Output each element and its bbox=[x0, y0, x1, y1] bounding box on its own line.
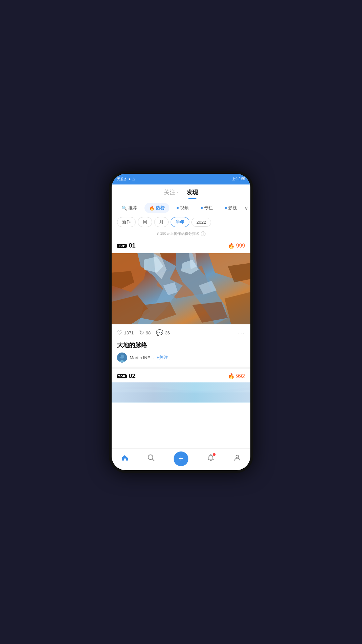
post-image-1[interactable] bbox=[112, 252, 250, 326]
nav-notifications[interactable] bbox=[207, 454, 215, 464]
page-header: 关注 · 发现 bbox=[112, 184, 250, 199]
post-info-1: 大地的脉络 Marti bbox=[112, 340, 250, 367]
rank2-preview-image[interactable] bbox=[112, 382, 250, 402]
cat-label-hot: 热榜 bbox=[156, 205, 165, 211]
nav-profile[interactable] bbox=[233, 454, 241, 464]
svg-rect-4 bbox=[112, 383, 250, 402]
post-title-1: 大地的脉络 bbox=[117, 341, 245, 349]
like-count: 1371 bbox=[124, 330, 134, 335]
cat-label-recommend: 推荐 bbox=[128, 205, 137, 211]
notification-badge bbox=[213, 453, 216, 456]
header-dot: · bbox=[177, 189, 179, 196]
cat-label-column: 专栏 bbox=[204, 205, 213, 211]
add-button[interactable]: + bbox=[174, 451, 188, 466]
more-button[interactable]: ··· bbox=[238, 329, 245, 336]
section-divider bbox=[112, 367, 250, 369]
info-icon[interactable]: i bbox=[201, 231, 205, 236]
rank-desc-text: 近180天上传作品得分排名 bbox=[157, 231, 199, 236]
post-card-1: TOP 01 🔥 999 bbox=[112, 239, 250, 367]
cat-tab-recommend[interactable]: 🔍 推荐 bbox=[117, 203, 142, 213]
rank-label-2: TOP 02 bbox=[117, 373, 135, 380]
fire-icon: 🔥 bbox=[149, 206, 155, 211]
tab-discover[interactable]: 发现 bbox=[187, 189, 198, 199]
flame-score-icon-2: 🔥 bbox=[228, 373, 235, 379]
status-bar: 无服务 ▲ △ 上午9:55 bbox=[112, 174, 250, 184]
recommend-icon: 🔍 bbox=[122, 206, 127, 211]
share-count: 98 bbox=[146, 330, 150, 335]
post-author-row: Martin INF · +关注 bbox=[117, 353, 245, 363]
plus-icon: + bbox=[178, 454, 184, 463]
score-value-1: 999 bbox=[236, 243, 245, 249]
cat-tab-movie[interactable]: 影视 bbox=[220, 203, 242, 213]
share-icon: ↻ bbox=[139, 329, 144, 336]
rank-number-2: 02 bbox=[129, 373, 135, 380]
cat-tab-hot[interactable]: 🔥 热榜 bbox=[144, 203, 169, 213]
nav-home[interactable] bbox=[121, 454, 129, 464]
status-time: 上午9:55 bbox=[232, 177, 245, 181]
author-name: Martin INF bbox=[130, 355, 150, 360]
like-button[interactable]: ♡ 1371 bbox=[117, 329, 134, 336]
flame-score-icon-1: 🔥 bbox=[228, 243, 235, 249]
avatar-image bbox=[117, 353, 127, 363]
cat-label-movie: 影视 bbox=[228, 205, 237, 211]
rank-number-1: 01 bbox=[129, 242, 135, 249]
filter-2022[interactable]: 2022 bbox=[191, 218, 211, 227]
rank-label-1: TOP 01 bbox=[117, 242, 135, 249]
header-tab-group: 关注 · 发现 bbox=[164, 189, 198, 199]
bell-wrapper bbox=[207, 454, 215, 464]
bell-icon bbox=[207, 455, 215, 464]
aerial-art-svg bbox=[112, 252, 250, 326]
tab-follow[interactable]: 关注 · bbox=[164, 189, 178, 199]
rank-header-1: TOP 01 🔥 999 bbox=[112, 239, 250, 252]
follow-button[interactable]: +关注 bbox=[157, 355, 168, 361]
filter-new[interactable]: 新作 bbox=[117, 217, 136, 227]
top-badge-1: TOP bbox=[117, 244, 127, 248]
bottom-navigation: + bbox=[112, 448, 250, 470]
svg-point-3 bbox=[119, 355, 121, 357]
post-card-2: TOP 02 🔥 992 bbox=[112, 369, 250, 402]
author-separator: · bbox=[153, 355, 154, 360]
rank-header-2: TOP 02 🔥 992 bbox=[112, 369, 250, 382]
comment-button[interactable]: 💬 36 bbox=[156, 329, 170, 336]
expand-categories-icon[interactable]: ∨ bbox=[244, 205, 248, 211]
svg-point-6 bbox=[148, 455, 153, 460]
search-icon bbox=[147, 454, 155, 464]
post-actions-1: ♡ 1371 ↻ 98 💬 36 ··· bbox=[112, 326, 250, 340]
cat-label-video: 视频 bbox=[180, 205, 189, 211]
rank-score-1: 🔥 999 bbox=[228, 243, 245, 249]
rank-score-2: 🔥 992 bbox=[228, 373, 245, 379]
rank-description: 近180天上传作品得分排名 i bbox=[112, 230, 250, 239]
svg-point-8 bbox=[236, 455, 239, 458]
profile-icon bbox=[233, 454, 241, 464]
share-button[interactable]: ↻ 98 bbox=[139, 329, 150, 336]
comment-icon: 💬 bbox=[156, 329, 163, 336]
status-left: 无服务 ▲ △ bbox=[117, 177, 135, 181]
top-badge-2: TOP bbox=[117, 374, 127, 378]
home-icon bbox=[121, 454, 129, 464]
cat-tab-column[interactable]: 专栏 bbox=[196, 203, 218, 213]
filter-halfyear[interactable]: 半年 bbox=[171, 217, 189, 227]
video-dot bbox=[177, 207, 179, 209]
time-filter-group: 新作 周 月 半年 2022 bbox=[112, 216, 250, 230]
status-carrier: 无服务 ▲ △ bbox=[117, 177, 135, 181]
nav-search[interactable] bbox=[147, 454, 155, 464]
filter-week[interactable]: 周 bbox=[138, 217, 152, 227]
movie-dot bbox=[225, 207, 227, 209]
status-right: 上午9:55 bbox=[232, 177, 245, 181]
cat-tab-video[interactable]: 视频 bbox=[172, 203, 193, 213]
avatar[interactable] bbox=[117, 353, 127, 363]
column-dot bbox=[201, 207, 203, 209]
score-value-2: 992 bbox=[236, 373, 245, 379]
svg-line-7 bbox=[152, 459, 154, 461]
main-content: TOP 01 🔥 999 bbox=[112, 239, 250, 448]
heart-icon: ♡ bbox=[117, 329, 122, 336]
filter-month[interactable]: 月 bbox=[154, 217, 169, 227]
svg-rect-5 bbox=[112, 392, 250, 402]
category-tab-group: 🔍 推荐 🔥 热榜 视频 专栏 影视 ∨ bbox=[112, 199, 250, 216]
comment-count: 36 bbox=[165, 330, 170, 335]
